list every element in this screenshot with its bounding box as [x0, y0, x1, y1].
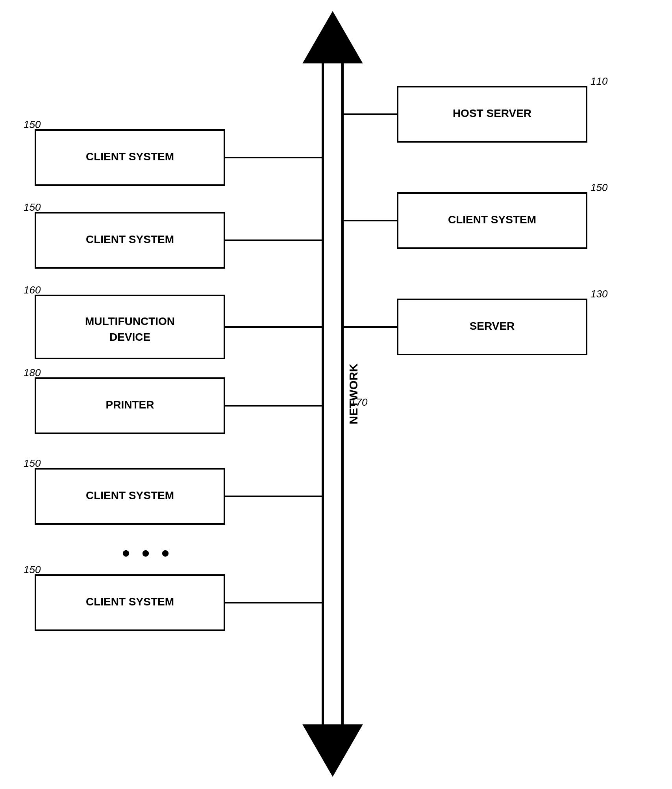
ref-180: 180	[24, 367, 41, 379]
multifunction-device-label2: DEVICE	[109, 331, 150, 343]
network-label: NETWORK	[347, 363, 360, 424]
ref-170: 170	[350, 396, 368, 408]
ref-150-3: 150	[24, 457, 41, 469]
client-system-4-label: CLIENT SYSTEM	[86, 596, 174, 608]
client-system-right-label: CLIENT SYSTEM	[448, 213, 536, 226]
client-system-3-label: CLIENT SYSTEM	[86, 489, 174, 501]
ref-130: 130	[591, 288, 608, 300]
svg-marker-3	[303, 725, 362, 776]
host-server-label: HOST SERVER	[453, 107, 531, 119]
client-system-1-label: CLIENT SYSTEM	[86, 150, 174, 163]
ref-110: 110	[591, 75, 608, 87]
ref-150-1: 150	[24, 119, 41, 130]
ref-150-4: 150	[24, 564, 41, 576]
client-system-2-label: CLIENT SYSTEM	[86, 233, 174, 245]
printer-label: PRINTER	[106, 399, 154, 411]
ref-150-right: 150	[591, 182, 608, 193]
multifunction-device-label1: MULTIFUNCTION	[85, 315, 175, 327]
server-label: SERVER	[470, 320, 515, 332]
ref-160: 160	[24, 284, 41, 296]
svg-marker-2	[303, 12, 362, 63]
ellipsis: •	[122, 540, 130, 566]
diagram-container: NETWORK 170 CLIENT SYSTEM 150 CLIENT SYS…	[0, 0, 672, 789]
ref-150-2: 150	[24, 201, 41, 213]
ellipsis3: •	[161, 540, 169, 566]
ellipsis2: •	[141, 540, 150, 566]
